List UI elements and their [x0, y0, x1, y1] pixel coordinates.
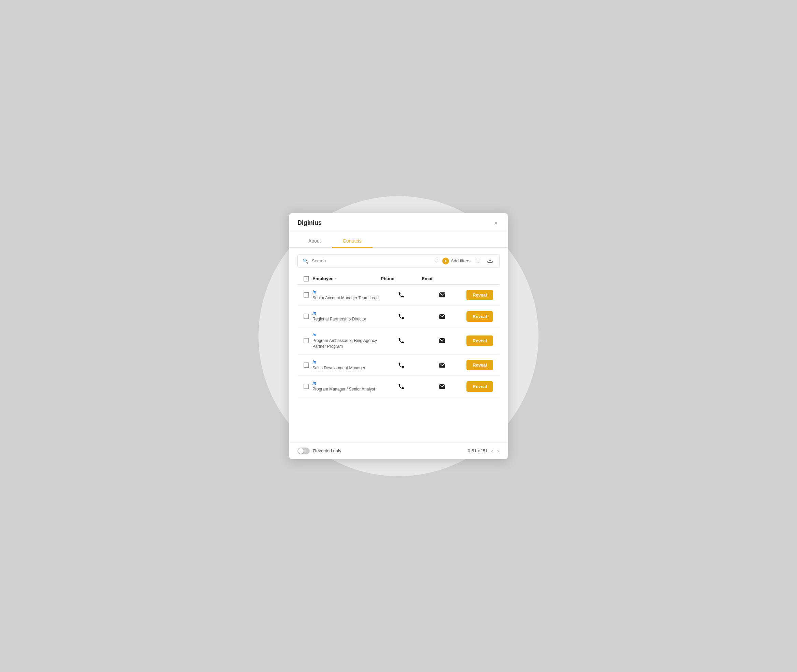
- phone-label: Phone: [381, 276, 395, 281]
- employee-cell-3: in Program Ambassador, Bing Agency Partn…: [313, 332, 381, 349]
- checkbox-icon: [303, 314, 309, 319]
- download-button[interactable]: [486, 257, 494, 265]
- phone-cell-5: [381, 383, 422, 390]
- email-cell-2: [422, 314, 463, 319]
- pagination-next-button[interactable]: ›: [497, 448, 500, 454]
- row-checkbox-4[interactable]: [300, 363, 313, 368]
- table-row: in Program Manager / Senior Analyst: [297, 376, 500, 397]
- email-icon: [439, 363, 446, 368]
- row-checkbox-1[interactable]: [300, 292, 313, 298]
- linkedin-link-4[interactable]: in: [313, 359, 381, 365]
- contacts-table: Employee ↑ Phone Email: [297, 273, 500, 442]
- add-circle-icon: +: [442, 258, 449, 264]
- reveal-cell-2: Reveal: [463, 311, 497, 322]
- tab-about[interactable]: About: [297, 235, 332, 248]
- phone-cell-2: [381, 313, 422, 320]
- email-cell-3: [422, 338, 463, 343]
- close-button[interactable]: ×: [492, 219, 500, 227]
- tab-fill: [372, 235, 500, 248]
- email-column-header: Email: [422, 276, 463, 281]
- checkbox-icon: [303, 363, 309, 368]
- reveal-button-3[interactable]: Reveal: [466, 336, 493, 346]
- linkedin-link-3[interactable]: in: [313, 332, 381, 337]
- table-row: in Senior Account Manager Team Lead: [297, 285, 500, 306]
- checkbox-icon: [303, 384, 309, 389]
- select-all-checkbox[interactable]: [300, 276, 313, 282]
- phone-icon: [398, 362, 405, 369]
- table-row: in Program Ambassador, Bing Agency Partn…: [297, 327, 500, 355]
- reveal-button-4[interactable]: Reveal: [466, 360, 493, 370]
- employee-cell-4: in Sales Development Manager: [313, 359, 381, 371]
- reveal-cell-3: Reveal: [463, 336, 497, 346]
- reveal-cell-1: Reveal: [463, 290, 497, 300]
- pagination-prev-button[interactable]: ‹: [490, 448, 494, 454]
- employee-label: Employee: [313, 276, 333, 281]
- checkbox-icon: [303, 276, 309, 282]
- search-input[interactable]: [312, 258, 431, 263]
- phone-icon: [398, 313, 405, 320]
- reveal-button-1[interactable]: Reveal: [466, 290, 493, 300]
- tab-contacts[interactable]: Contacts: [332, 235, 372, 248]
- add-filters-button[interactable]: + Add filters: [442, 258, 471, 264]
- email-icon: [439, 384, 446, 389]
- employee-cell-1: in Senior Account Manager Team Lead: [313, 290, 381, 301]
- reveal-cell-5: Reveal: [463, 381, 497, 392]
- modal-dialog: Diginius × About Contacts 🔍 ⛉ + Add filt…: [289, 213, 508, 459]
- more-options-button[interactable]: ⋮: [474, 258, 482, 264]
- pagination: 0-51 of 51 ‹ ›: [468, 448, 500, 454]
- employee-cell-2: in Regional Partnership Director: [313, 310, 381, 322]
- row-checkbox-3[interactable]: [300, 338, 313, 343]
- employee-column-header[interactable]: Employee ↑: [313, 276, 381, 281]
- employee-cell-5: in Program Manager / Senior Analyst: [313, 381, 381, 392]
- email-icon: [439, 338, 446, 343]
- download-icon: [487, 257, 493, 263]
- toggle-knob: [298, 448, 303, 454]
- linkedin-link-1[interactable]: in: [313, 290, 381, 294]
- modal-footer: Revealed only 0-51 of 51 ‹ ›: [289, 442, 508, 459]
- phone-column-header: Phone: [381, 276, 422, 281]
- employee-title-5: Program Manager / Senior Analyst: [313, 386, 381, 392]
- table-rows: in Senior Account Manager Team Lead: [297, 285, 500, 398]
- table-row: in Regional Partnership Director: [297, 306, 500, 327]
- search-bar: 🔍 ⛉ + Add filters ⋮: [297, 254, 500, 268]
- email-label: Email: [422, 276, 434, 281]
- search-icon: 🔍: [303, 258, 308, 264]
- tab-content: 🔍 ⛉ + Add filters ⋮: [289, 248, 508, 442]
- phone-icon: [398, 291, 405, 298]
- filter-icon[interactable]: ⛉: [434, 258, 439, 264]
- email-icon: [439, 292, 446, 298]
- reveal-cell-4: Reveal: [463, 360, 497, 370]
- phone-icon: [398, 337, 405, 344]
- modal-header: Diginius ×: [289, 213, 508, 232]
- checkbox-icon: [303, 292, 309, 298]
- row-checkbox-2[interactable]: [300, 314, 313, 319]
- sort-arrow-icon: ↑: [335, 277, 337, 281]
- email-cell-4: [422, 363, 463, 368]
- table-row: in Sales Development Manager: [297, 355, 500, 376]
- row-checkbox-5[interactable]: [300, 384, 313, 389]
- revealed-only-toggle[interactable]: [297, 448, 310, 454]
- revealed-only-section: Revealed only: [297, 448, 341, 454]
- app-title: Diginius: [297, 219, 322, 227]
- employee-title-1: Senior Account Manager Team Lead: [313, 295, 381, 301]
- tab-bar: About Contacts: [289, 235, 508, 248]
- add-filters-label: Add filters: [451, 258, 471, 263]
- email-cell-5: [422, 384, 463, 389]
- reveal-button-2[interactable]: Reveal: [466, 311, 493, 322]
- checkbox-icon: [303, 338, 309, 343]
- phone-cell-3: [381, 337, 422, 344]
- email-cell-1: [422, 292, 463, 298]
- employee-title-4: Sales Development Manager: [313, 365, 381, 371]
- phone-cell-4: [381, 362, 422, 369]
- pagination-text: 0-51 of 51: [468, 448, 488, 453]
- linkedin-link-5[interactable]: in: [313, 381, 381, 386]
- employee-title-2: Regional Partnership Director: [313, 316, 381, 322]
- table-header: Employee ↑ Phone Email: [297, 273, 500, 285]
- revealed-only-label: Revealed only: [313, 448, 341, 453]
- employee-title-3: Program Ambassador, Bing Agency Partner …: [313, 338, 381, 349]
- phone-icon: [398, 383, 405, 390]
- reveal-button-5[interactable]: Reveal: [466, 381, 493, 392]
- phone-cell-1: [381, 291, 422, 298]
- linkedin-link-2[interactable]: in: [313, 310, 381, 316]
- email-icon: [439, 314, 446, 319]
